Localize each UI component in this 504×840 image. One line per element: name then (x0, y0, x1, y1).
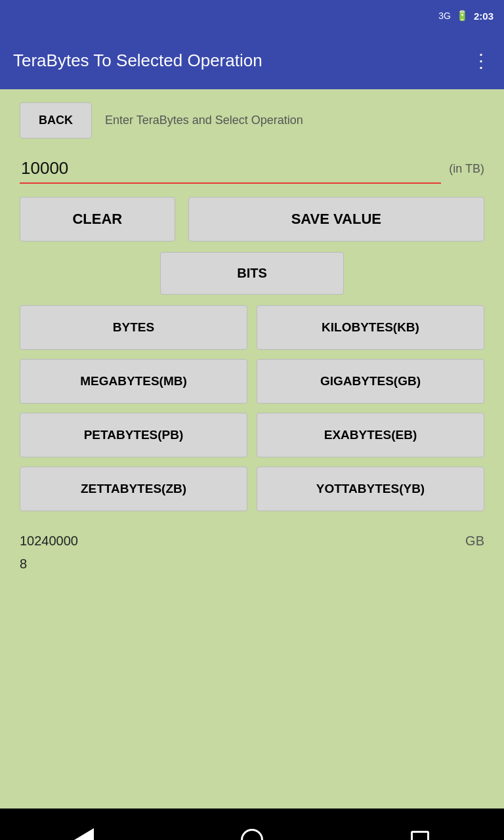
gigabytes-button[interactable]: GIGABYTES(GB) (257, 359, 484, 404)
terabytes-input[interactable] (20, 154, 441, 184)
yottabytes-button[interactable]: YOTTABYTES(YB) (257, 467, 484, 511)
megabytes-button[interactable]: MEGABYTES(MB) (20, 359, 247, 404)
zettabytes-button[interactable]: ZETTABYTES(ZB) (20, 467, 247, 511)
result-section: 10240000 GB 8 (20, 527, 484, 578)
top-section: BACK Enter TeraBytes and Select Operatio… (20, 102, 484, 138)
kilobytes-button[interactable]: KILOBYTES(KB) (257, 305, 484, 350)
bits-button[interactable]: BITS (160, 252, 344, 295)
back-button[interactable]: BACK (20, 102, 92, 138)
instruction-text: Enter TeraBytes and Select Operation (105, 114, 303, 127)
nav-back-button[interactable] (64, 820, 104, 840)
input-unit-label: (in TB) (449, 162, 484, 176)
result-value-1: 10240000 (20, 534, 78, 549)
result-row-1: 10240000 GB (20, 534, 484, 549)
app-title: TeraBytes To Selected Operation (13, 51, 262, 71)
bits-row: BITS (20, 252, 484, 295)
bytes-button[interactable]: BYTES (20, 305, 247, 350)
clear-button[interactable]: CLEAR (20, 197, 175, 242)
signal-icon: 3G (438, 10, 451, 21)
nav-recents-button[interactable] (400, 820, 440, 840)
result-value-2: 8 (20, 556, 27, 572)
app-bar: TeraBytes To Selected Operation ⋮ (0, 32, 504, 89)
main-content: BACK Enter TeraBytes and Select Operatio… (0, 89, 504, 808)
battery-icon: 🔋 (456, 10, 469, 22)
save-value-button[interactable]: SAVE VALUE (188, 197, 484, 242)
conversion-grid: BYTES KILOBYTES(KB) MEGABYTES(MB) GIGABY… (20, 305, 484, 511)
result-row-2: 8 (20, 556, 484, 572)
status-bar: 3G 🔋 2:03 (0, 0, 504, 32)
result-unit-1: GB (465, 534, 484, 549)
nav-bar (0, 808, 504, 840)
exabytes-button[interactable]: EXABYTES(EB) (257, 413, 484, 457)
nav-home-button[interactable] (232, 820, 272, 840)
action-row: CLEAR SAVE VALUE (20, 197, 484, 242)
more-options-icon[interactable]: ⋮ (472, 50, 491, 72)
clock: 2:03 (474, 10, 494, 22)
input-section: (in TB) (20, 154, 484, 184)
petabytes-button[interactable]: PETABYTES(PB) (20, 413, 247, 457)
